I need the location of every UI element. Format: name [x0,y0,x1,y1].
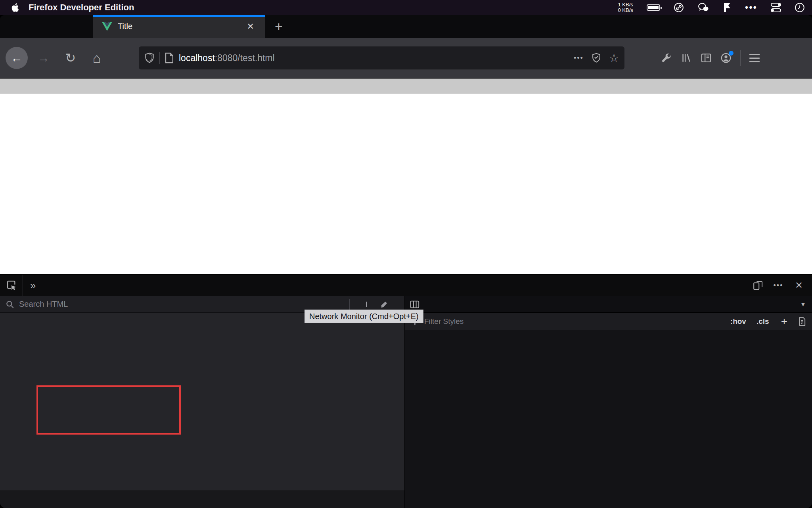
add-rule-button[interactable]: + [781,315,787,328]
url-text[interactable]: localhost:8080/test.html [179,53,574,64]
network-tooltip: Network Monitor (Cmd+Opt+E) [304,310,423,323]
devtools-close-icon[interactable]: ✕ [790,276,808,294]
new-tab-button[interactable]: + [265,15,292,38]
page-nav [0,79,812,94]
battery-icon[interactable] [647,4,660,11]
pick-element-icon[interactable] [0,275,23,296]
filter-styles-bar: :hov .cls + [405,313,812,330]
responsive-design-icon[interactable] [749,276,767,294]
pocket-save-icon[interactable] [592,53,601,63]
screen: Firefox Developer Edition 1 KB/s0 KB/s •… [0,0,812,508]
devtools-panel: » ••• ✕ [0,274,812,508]
markup-panel [0,296,405,508]
account-notification-dot [729,51,733,56]
more-tools-icon[interactable]: » [23,275,43,296]
toggle-classes-button[interactable]: .cls [756,317,769,326]
window-close-button[interactable] [11,22,21,31]
eyedropper-icon[interactable] [362,300,370,308]
reload-button[interactable]: ↻ [59,47,82,69]
page-content [0,79,812,274]
tracking-protection-shield-icon[interactable] [144,52,155,64]
more-menu-icon[interactable]: ••• [745,2,757,13]
toolbar-divider [740,50,741,66]
tab-close-icon[interactable]: ✕ [244,20,257,33]
rules-panel: ▼ :hov .cls + [405,296,812,508]
sidebar-tabs: ▼ [405,296,812,313]
breadcrumb [0,491,404,508]
app-menu-icon[interactable] [749,54,760,62]
menubar-app-name[interactable]: Firefox Developer Edition [29,2,134,13]
search-divider [349,299,350,310]
control-center-icon[interactable] [771,3,781,12]
css-rules [405,330,812,508]
clock-menu-icon[interactable] [795,2,805,13]
apple-menu-icon[interactable] [7,3,23,12]
sidebar-dropdown-icon[interactable]: ▼ [794,296,812,312]
forward-button[interactable]: → [33,47,55,69]
link-menu-icon[interactable] [674,2,684,13]
search-icon [6,300,14,309]
flag-menu-icon[interactable] [723,2,732,13]
annotation-box [36,385,181,435]
bookmark-star-icon[interactable]: ☆ [609,52,619,65]
browser-window: Title ✕ + ← → ↻ ⌂ localhost:8080/test.ht… [0,15,812,508]
tab-bar: Title ✕ + [0,15,812,38]
devtools-toolbar: » ••• ✕ [0,275,812,296]
home-button[interactable]: ⌂ [86,47,108,69]
navigation-toolbar: ← → ↻ ⌂ localhost:8080/test.html ••• [0,38,812,79]
print-simulation-icon[interactable] [798,317,806,326]
search-html-input[interactable] [18,299,349,309]
url-bar[interactable]: localhost:8080/test.html ••• ☆ [139,46,624,69]
vue-favicon [102,22,112,31]
page-info-icon[interactable] [165,52,174,64]
account-icon[interactable] [720,52,732,64]
toggle-hover-button[interactable]: :hov [730,317,746,326]
browser-tab[interactable]: Title ✕ [93,15,265,38]
page-actions-icon[interactable]: ••• [574,54,584,62]
html-tree [0,313,404,491]
library-icon[interactable] [681,52,692,64]
tab-title: Title [118,22,244,31]
wechat-menu-icon[interactable] [697,2,709,13]
paint-flash-icon[interactable] [380,300,389,308]
sidebar-toggle-icon[interactable] [701,52,712,64]
network-speed-indicator[interactable]: 1 KB/s0 KB/s [618,2,633,13]
macos-menu-bar: Firefox Developer Edition 1 KB/s0 KB/s •… [0,0,812,15]
filter-styles-input[interactable] [423,317,720,326]
window-maximize-button[interactable] [44,22,53,31]
window-minimize-button[interactable] [27,22,37,31]
devtools-settings-icon[interactable]: ••• [769,276,787,294]
back-button[interactable]: ← [6,47,28,69]
devtools-wrench-icon[interactable] [661,52,672,64]
